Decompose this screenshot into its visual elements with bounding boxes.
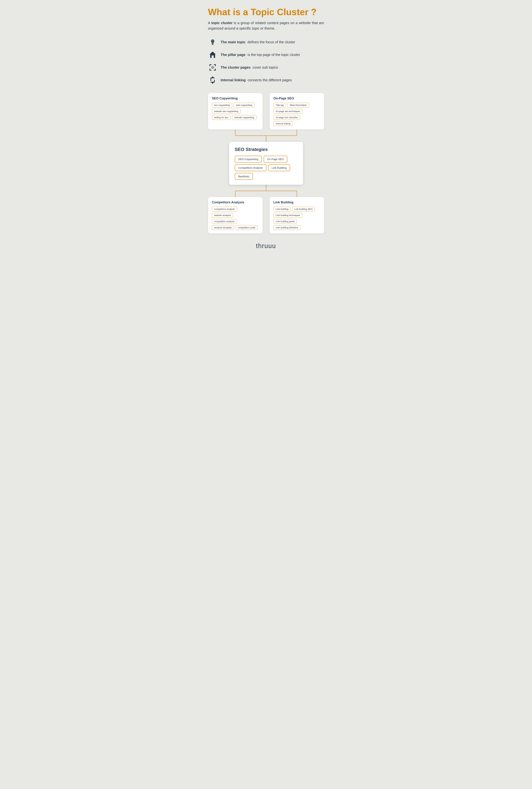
top-connectors-svg	[208, 130, 324, 142]
tag-title-tag: Title tag	[273, 103, 286, 108]
intro-bold: topic cluster	[211, 21, 232, 25]
feature-item-main-topic: The main topic defines the focus of the …	[208, 37, 324, 46]
pillar-title: SEO Strategies	[235, 147, 298, 152]
home-icon	[208, 50, 217, 59]
tag-web-copywriting: web copywriting	[233, 103, 254, 108]
topic-cluster-diagram: SEO Copywriting seo copywriting web copy…	[208, 93, 324, 233]
feature-item-cluster-pages: The cluster pages cover sub topics	[208, 63, 324, 72]
tag-link-building-techniques: Link building techniques	[273, 213, 303, 218]
feature-item-pillar-page: The pillar page is the top page of the t…	[208, 50, 324, 59]
tag-link-building: Link building	[273, 207, 291, 211]
link-building-tags: Link building Link building SEO Link bui…	[273, 207, 320, 230]
tag-link-building-seo: Link building SEO	[292, 207, 315, 211]
feature-list: The main topic defines the focus of the …	[208, 37, 324, 84]
brand-footer: thruuu	[208, 242, 324, 250]
feature-text-cluster-pages: The cluster pages cover sub topics	[221, 65, 278, 70]
target-icon	[208, 63, 217, 72]
seo-copywriting-card: SEO Copywriting seo copywriting web copy…	[208, 93, 263, 130]
tag-meta-description: Meta Description	[287, 103, 309, 108]
svg-rect-6	[212, 55, 214, 58]
bottom-row: Competitors Analysis competitors analysi…	[208, 197, 324, 233]
feature-text-main-topic: The main topic defines the focus of the …	[221, 40, 295, 44]
seo-copywriting-tags: seo copywriting web copywriting website …	[212, 103, 259, 120]
svg-rect-2	[212, 44, 213, 44]
tag-website-analysis: website analysis	[212, 213, 233, 218]
pillar-tag-seo-copywriting: SEO Copywriting	[235, 156, 262, 163]
competitors-analysis-card: Competitors Analysis competitors analysi…	[208, 197, 263, 233]
tag-competitors-audit: competitors audit	[235, 225, 258, 230]
seo-copywriting-title: SEO Copywriting	[212, 97, 259, 100]
svg-rect-12	[209, 69, 210, 71]
svg-marker-21	[212, 76, 214, 78]
pillar-tags: SEO Copywriting On Page SEO Competitors …	[235, 156, 298, 180]
svg-point-4	[212, 40, 213, 42]
tag-website-copywriting: website copywriting	[232, 115, 256, 120]
svg-rect-3	[212, 44, 213, 45]
feature-item-internal-linking: Internal linking connects the different …	[208, 75, 324, 84]
on-page-seo-title: On-Page SEO	[273, 97, 320, 100]
tag-writing-for-seo: writing for seo	[212, 115, 231, 120]
tag-link-building-definition: Link building definition	[273, 225, 301, 230]
competitors-analysis-title: Competitors Analysis	[212, 201, 259, 204]
link-icon	[208, 75, 217, 84]
tag-website-seo-copywriting: website seo copywriting	[212, 109, 241, 114]
brand-name: thruuu	[256, 242, 276, 249]
feature-text-pillar-page: The pillar page is the top page of the t…	[221, 53, 300, 57]
competitors-analysis-tags: competitors analysis website analysis co…	[212, 207, 259, 230]
bottom-connectors-svg	[208, 185, 324, 197]
pillar-tag-backlinks: Backlinks	[235, 173, 253, 180]
tag-seo-copywriting: seo copywriting	[212, 103, 232, 108]
pillar-tag-link-building: Link Building	[268, 164, 290, 171]
on-page-seo-card: On-Page SEO Title tag Meta Description o…	[270, 93, 324, 130]
tag-on-page-techniques: on-page seo techniques	[273, 109, 303, 114]
pillar-tag-on-page-seo: On Page SEO	[264, 156, 287, 163]
on-page-seo-tags: Title tag Meta Description on-page seo t…	[273, 103, 320, 126]
lightbulb-icon	[208, 37, 217, 46]
intro-paragraph: A topic cluster is a group of related co…	[208, 20, 324, 31]
svg-rect-19	[214, 80, 215, 82]
link-building-card: Link Building Link building Link buildin…	[270, 197, 324, 233]
svg-rect-14	[215, 69, 216, 71]
tag-on-page-checklist: on page seo checklist	[273, 115, 300, 120]
svg-rect-1	[212, 43, 214, 44]
link-building-title: Link Building	[273, 201, 320, 204]
page-title: What is a Topic Cluster ?	[208, 7, 324, 17]
tag-analysis-template: analysis template	[212, 225, 234, 230]
pillar-tag-competitors-analysis: Competitors Analysis	[235, 164, 266, 171]
pillar-card: SEO Strategies SEO Copywriting On Page S…	[229, 142, 303, 185]
svg-rect-17	[210, 78, 211, 81]
feature-text-internal-linking: Internal linking connects the different …	[221, 78, 292, 82]
top-row: SEO Copywriting seo copywriting web copy…	[208, 93, 324, 130]
svg-rect-10	[215, 64, 216, 66]
tag-internal-linking: Internal linking	[273, 121, 293, 126]
diagram-cards: SEO Copywriting seo copywriting web copy…	[208, 93, 324, 233]
svg-marker-20	[212, 82, 214, 84]
svg-rect-8	[209, 64, 210, 66]
svg-point-15	[212, 67, 213, 68]
tag-competitive-analysis: competitive analysis	[212, 219, 237, 224]
tag-link-building-guide: Link building guide	[273, 219, 297, 224]
tag-competitors-analysis: competitors analysis	[212, 207, 237, 211]
